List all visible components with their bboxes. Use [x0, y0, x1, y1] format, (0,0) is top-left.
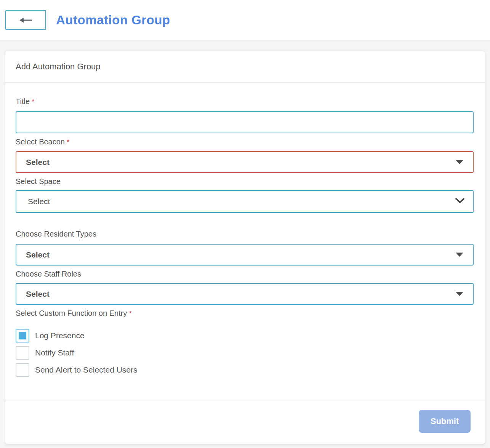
submit-button[interactable]: Submit: [419, 410, 471, 433]
checkbox-icon[interactable]: [16, 329, 29, 342]
checkbox-row-notify-staff[interactable]: Notify Staff: [16, 346, 474, 360]
checkbox-label: Log Presence: [35, 331, 85, 340]
staff-roles-label: Choose Staff Roles: [16, 269, 474, 279]
arrow-left-icon: [19, 17, 32, 23]
card-footer: Submit: [5, 400, 485, 444]
checkbox-icon[interactable]: [16, 363, 29, 377]
staff-roles-dropdown-value: Select: [26, 290, 50, 299]
card-title: Add Automation Group: [16, 62, 101, 72]
card-header: Add Automation Group: [5, 51, 485, 83]
checkbox-label: Send Alert to Selected Users: [35, 365, 137, 374]
custom-function-label: Select Custom Function on Entry*: [16, 308, 474, 318]
title-label: Title*: [16, 96, 474, 107]
required-asterisk: *: [129, 309, 131, 317]
beacon-label: Select Beacon*: [16, 137, 474, 147]
top-header: Automation Group: [0, 0, 490, 40]
caret-down-icon: [456, 160, 463, 164]
checkbox-label: Notify Staff: [35, 348, 74, 357]
back-button[interactable]: [5, 10, 46, 30]
beacon-dropdown-value: Select: [26, 158, 50, 167]
page-title: Automation Group: [56, 13, 170, 27]
caret-down-icon: [456, 253, 463, 257]
checkbox-fill: [19, 332, 26, 339]
custom-function-options: Log Presence Notify Staff Send Alert to …: [16, 329, 474, 377]
checkbox-fill: [19, 349, 26, 357]
caret-down-icon: [456, 292, 463, 296]
resident-types-dropdown[interactable]: Select: [16, 244, 474, 266]
add-automation-group-card: Add Automation Group Title* Select Beaco…: [5, 51, 485, 444]
chevron-down-icon: [455, 198, 464, 205]
required-asterisk: *: [67, 138, 69, 146]
space-select-value: Select: [28, 197, 50, 206]
title-input[interactable]: [16, 111, 474, 133]
beacon-dropdown[interactable]: Select: [16, 151, 474, 173]
checkbox-icon[interactable]: [16, 346, 29, 360]
required-asterisk: *: [32, 98, 34, 106]
resident-types-dropdown-value: Select: [26, 250, 50, 259]
checkbox-row-send-alert[interactable]: Send Alert to Selected Users: [16, 363, 474, 377]
resident-types-label: Choose Resident Types: [16, 229, 474, 239]
checkbox-fill: [19, 366, 26, 374]
space-label: Select Space: [16, 176, 474, 186]
checkbox-row-log-presence[interactable]: Log Presence: [16, 329, 474, 342]
staff-roles-dropdown[interactable]: Select: [16, 283, 474, 305]
card-body: Title* Select Beacon* Select Select Spac…: [5, 83, 485, 400]
space-select[interactable]: Select: [16, 190, 474, 213]
